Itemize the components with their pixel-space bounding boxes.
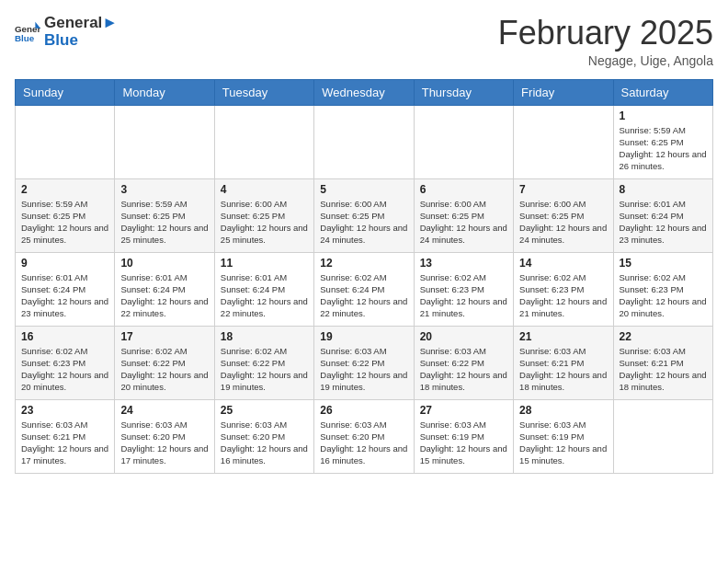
calendar-cell-w3-d3: 12Sunrise: 6:02 AM Sunset: 6:24 PM Dayli… (314, 252, 414, 326)
calendar-cell-w3-d5: 14Sunrise: 6:02 AM Sunset: 6:23 PM Dayli… (514, 252, 613, 326)
calendar-cell-w4-d1: 17Sunrise: 6:02 AM Sunset: 6:22 PM Dayli… (115, 326, 214, 399)
day-info: Sunrise: 6:03 AM Sunset: 6:22 PM Dayligh… (320, 345, 407, 394)
calendar-cell-w2-d0: 2Sunrise: 5:59 AM Sunset: 6:25 PM Daylig… (16, 178, 115, 252)
day-number: 14 (519, 257, 607, 270)
calendar-cell-w5-d0: 23Sunrise: 6:03 AM Sunset: 6:21 PM Dayli… (16, 399, 115, 473)
calendar-cell-w3-d2: 11Sunrise: 6:01 AM Sunset: 6:24 PM Dayli… (214, 252, 313, 326)
day-number: 15 (620, 257, 707, 270)
day-number: 7 (519, 183, 607, 196)
calendar-cell-w1-d2 (214, 105, 313, 178)
day-number: 25 (221, 404, 308, 417)
day-info: Sunrise: 6:00 AM Sunset: 6:25 PM Dayligh… (519, 198, 607, 247)
day-info: Sunrise: 6:02 AM Sunset: 6:24 PM Dayligh… (320, 271, 407, 320)
calendar-subtitle: Negage, Uige, Angola (498, 53, 713, 68)
calendar-cell-w1-d4 (414, 105, 513, 178)
calendar-cell-w5-d4: 27Sunrise: 6:03 AM Sunset: 6:19 PM Dayli… (414, 399, 513, 473)
day-info: Sunrise: 6:00 AM Sunset: 6:25 PM Dayligh… (221, 198, 308, 247)
calendar-cell-w2-d1: 3Sunrise: 5:59 AM Sunset: 6:25 PM Daylig… (115, 178, 214, 252)
day-number: 12 (320, 257, 407, 270)
day-number: 21 (519, 330, 607, 343)
week-row-3: 9Sunrise: 6:01 AM Sunset: 6:24 PM Daylig… (16, 252, 713, 326)
day-info: Sunrise: 6:00 AM Sunset: 6:25 PM Dayligh… (420, 198, 507, 247)
calendar-cell-w4-d6: 22Sunrise: 6:03 AM Sunset: 6:21 PM Dayli… (613, 326, 712, 399)
col-saturday: Saturday (613, 79, 712, 105)
day-info: Sunrise: 6:02 AM Sunset: 6:22 PM Dayligh… (221, 345, 308, 394)
day-info: Sunrise: 6:03 AM Sunset: 6:22 PM Dayligh… (420, 345, 507, 394)
day-info: Sunrise: 6:03 AM Sunset: 6:21 PM Dayligh… (519, 345, 607, 394)
calendar-cell-w4-d3: 19Sunrise: 6:03 AM Sunset: 6:22 PM Dayli… (314, 326, 414, 399)
calendar-title: February 2025 (498, 15, 713, 52)
calendar-table: Sunday Monday Tuesday Wednesday Thursday… (15, 79, 713, 474)
day-number: 3 (120, 183, 208, 196)
col-wednesday: Wednesday (314, 79, 414, 105)
calendar-cell-w4-d5: 21Sunrise: 6:03 AM Sunset: 6:21 PM Dayli… (514, 326, 613, 399)
day-info: Sunrise: 5:59 AM Sunset: 6:25 PM Dayligh… (620, 124, 707, 173)
day-info: Sunrise: 6:02 AM Sunset: 6:23 PM Dayligh… (21, 345, 108, 394)
calendar-cell-w5-d5: 28Sunrise: 6:03 AM Sunset: 6:19 PM Dayli… (514, 399, 613, 473)
page-header: General Blue General► Blue February 2025… (15, 15, 713, 68)
calendar-cell-w3-d0: 9Sunrise: 6:01 AM Sunset: 6:24 PM Daylig… (16, 252, 115, 326)
day-info: Sunrise: 6:02 AM Sunset: 6:22 PM Dayligh… (120, 345, 208, 394)
logo-blue-text: Blue (44, 32, 118, 50)
svg-text:Blue: Blue (15, 32, 35, 42)
calendar-cell-w1-d6: 1Sunrise: 5:59 AM Sunset: 6:25 PM Daylig… (613, 105, 712, 178)
col-sunday: Sunday (16, 79, 115, 105)
calendar-cell-w5-d6 (613, 399, 712, 473)
calendar-cell-w5-d1: 24Sunrise: 6:03 AM Sunset: 6:20 PM Dayli… (115, 399, 214, 473)
logo: General Blue General► Blue (15, 15, 118, 49)
day-number: 16 (21, 330, 108, 343)
day-number: 23 (21, 404, 108, 417)
logo-general-text: General► (44, 15, 118, 32)
week-row-5: 23Sunrise: 6:03 AM Sunset: 6:21 PM Dayli… (16, 399, 713, 473)
day-number: 1 (620, 109, 707, 122)
day-info: Sunrise: 6:03 AM Sunset: 6:20 PM Dayligh… (221, 419, 308, 467)
calendar-cell-w4-d0: 16Sunrise: 6:02 AM Sunset: 6:23 PM Dayli… (16, 326, 115, 399)
calendar-cell-w2-d3: 5Sunrise: 6:00 AM Sunset: 6:25 PM Daylig… (314, 178, 414, 252)
calendar-cell-w4-d4: 20Sunrise: 6:03 AM Sunset: 6:22 PM Dayli… (414, 326, 513, 399)
day-number: 24 (120, 404, 208, 417)
calendar-cell-w2-d4: 6Sunrise: 6:00 AM Sunset: 6:25 PM Daylig… (414, 178, 513, 252)
calendar-cell-w5-d3: 26Sunrise: 6:03 AM Sunset: 6:20 PM Dayli… (314, 399, 414, 473)
day-number: 5 (320, 183, 407, 196)
day-number: 2 (21, 183, 108, 196)
day-info: Sunrise: 6:02 AM Sunset: 6:23 PM Dayligh… (620, 271, 707, 320)
day-number: 10 (120, 257, 208, 270)
calendar-cell-w1-d3 (314, 105, 414, 178)
day-info: Sunrise: 5:59 AM Sunset: 6:25 PM Dayligh… (120, 198, 208, 247)
col-thursday: Thursday (414, 79, 513, 105)
day-info: Sunrise: 6:03 AM Sunset: 6:21 PM Dayligh… (620, 345, 707, 394)
calendar-cell-w5-d2: 25Sunrise: 6:03 AM Sunset: 6:20 PM Dayli… (214, 399, 313, 473)
week-row-2: 2Sunrise: 5:59 AM Sunset: 6:25 PM Daylig… (16, 178, 713, 252)
calendar-cell-w3-d6: 15Sunrise: 6:02 AM Sunset: 6:23 PM Dayli… (613, 252, 712, 326)
day-number: 8 (620, 183, 707, 196)
day-info: Sunrise: 6:03 AM Sunset: 6:20 PM Dayligh… (120, 419, 208, 467)
day-number: 6 (420, 183, 507, 196)
day-number: 13 (420, 257, 507, 270)
day-number: 28 (519, 404, 607, 417)
day-info: Sunrise: 6:03 AM Sunset: 6:19 PM Dayligh… (519, 419, 607, 467)
day-number: 18 (221, 330, 308, 343)
calendar-cell-w1-d5 (514, 105, 613, 178)
day-number: 26 (320, 404, 407, 417)
day-info: Sunrise: 6:00 AM Sunset: 6:25 PM Dayligh… (320, 198, 407, 247)
day-info: Sunrise: 6:01 AM Sunset: 6:24 PM Dayligh… (221, 271, 308, 320)
week-row-4: 16Sunrise: 6:02 AM Sunset: 6:23 PM Dayli… (16, 326, 713, 399)
col-tuesday: Tuesday (214, 79, 313, 105)
calendar-cell-w4-d2: 18Sunrise: 6:02 AM Sunset: 6:22 PM Dayli… (214, 326, 313, 399)
calendar-cell-w1-d0 (16, 105, 115, 178)
calendar-cell-w3-d1: 10Sunrise: 6:01 AM Sunset: 6:24 PM Dayli… (115, 252, 214, 326)
calendar-header-row: Sunday Monday Tuesday Wednesday Thursday… (16, 79, 713, 105)
day-number: 11 (221, 257, 308, 270)
calendar-cell-w2-d6: 8Sunrise: 6:01 AM Sunset: 6:24 PM Daylig… (613, 178, 712, 252)
day-info: Sunrise: 5:59 AM Sunset: 6:25 PM Dayligh… (21, 198, 108, 247)
day-info: Sunrise: 6:03 AM Sunset: 6:19 PM Dayligh… (420, 419, 507, 467)
day-info: Sunrise: 6:01 AM Sunset: 6:24 PM Dayligh… (21, 271, 108, 320)
day-info: Sunrise: 6:01 AM Sunset: 6:24 PM Dayligh… (120, 271, 208, 320)
day-number: 17 (120, 330, 208, 343)
calendar-cell-w3-d4: 13Sunrise: 6:02 AM Sunset: 6:23 PM Dayli… (414, 252, 513, 326)
logo-icon: General Blue (15, 19, 40, 45)
calendar-cell-w1-d1 (115, 105, 214, 178)
day-number: 4 (221, 183, 308, 196)
day-info: Sunrise: 6:02 AM Sunset: 6:23 PM Dayligh… (519, 271, 607, 320)
day-info: Sunrise: 6:03 AM Sunset: 6:21 PM Dayligh… (21, 419, 108, 467)
